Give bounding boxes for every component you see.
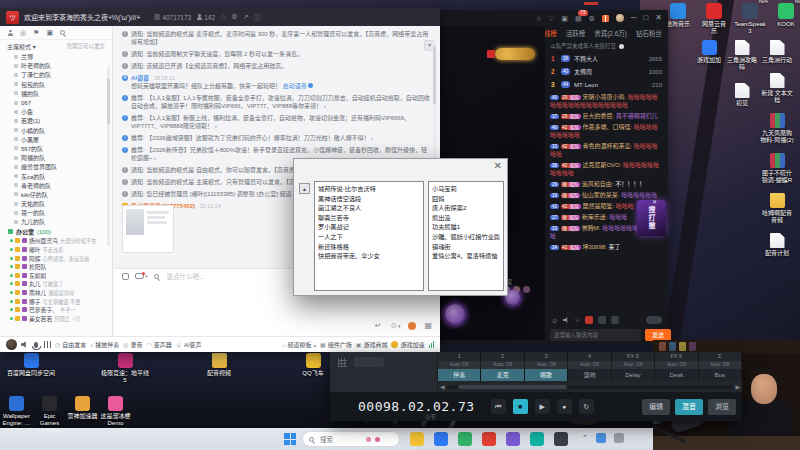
add-friend-icon[interactable]	[7, 30, 13, 36]
view-button[interactable]: 混音	[675, 399, 703, 415]
self-avatar[interactable]	[6, 339, 17, 350]
taskbar-app-icon[interactable]	[458, 432, 472, 446]
stream-chat-input[interactable]	[550, 329, 641, 341]
channel-name[interactable]: Desk	[655, 369, 698, 381]
report-icon[interactable]: ⓘ	[254, 12, 261, 22]
rank-row[interactable]: 2 40 太傅周 1000	[545, 65, 668, 78]
playlist-item[interactable]: 快把我哥带走、伞少女	[318, 251, 420, 261]
search-icon[interactable]	[154, 274, 159, 279]
channel-item[interactable]: 叶老师的队	[0, 61, 112, 70]
tray-icon[interactable]	[596, 433, 606, 443]
playlist-item[interactable]: 罗小黑战记	[318, 222, 420, 232]
headset-icon[interactable]: ◎	[20, 29, 26, 37]
start-button[interactable]	[284, 433, 296, 445]
gift-icon[interactable]	[602, 15, 609, 22]
heart-icon[interactable]: ♡	[548, 14, 554, 23]
gear-icon[interactable]: ⚙	[589, 14, 595, 23]
speaker-icon[interactable]	[563, 317, 569, 323]
playlist-item[interactable]: 镇魂街	[432, 242, 500, 252]
member-item[interactable]: 嘟叶 不走改名	[0, 245, 112, 254]
channel-item[interactable]: 小黑屋	[0, 135, 112, 144]
emoji-icon[interactable]: ☺▾	[390, 321, 401, 330]
play-button[interactable]: ▶	[535, 399, 550, 414]
channel-item[interactable]: 若君(1)	[0, 116, 112, 125]
channel-item[interactable]: 天佑的队	[0, 199, 112, 208]
share-icon[interactable]: ↗	[243, 13, 249, 21]
stop-button[interactable]: ■	[513, 399, 528, 414]
timecode-display[interactable]: 00098.02.02.73	[358, 399, 475, 414]
chat-username[interactable]: 作恶多端、口嗨怪:	[582, 124, 632, 130]
desktop-shortcut[interactable]: 网易云音乐	[700, 3, 728, 35]
window-icon[interactable]: ▣	[46, 29, 53, 37]
channel-item[interactable]: 兰博	[0, 52, 112, 61]
spin-up-button[interactable]: ▲	[299, 183, 310, 194]
channel-name[interactable]: 伴奏	[438, 369, 481, 381]
channel-item[interactable]: 小橘的队	[0, 126, 112, 135]
scroll-right-icon[interactable]: ▶	[735, 383, 740, 390]
like-icon[interactable]	[122, 273, 129, 280]
desktop-shortcut[interactable]: Wallpaper Engine: …	[1, 396, 32, 427]
member-item[interactable]: 东娟娟	[0, 271, 112, 280]
taskbar-search-input[interactable]	[318, 435, 362, 444]
game-ad-banner[interactable]: 搜打撤 ✕	[637, 200, 666, 236]
emoji-icon[interactable]: ☺	[551, 317, 558, 324]
auto-mode[interactable]: Auto: Off	[655, 361, 698, 369]
member-ping-icon[interactable]	[408, 322, 416, 330]
desktop-shortcut[interactable]: 酷狗音乐	[664, 3, 692, 28]
channel-name[interactable]: Bus	[699, 369, 742, 381]
channel-name[interactable]: Delay	[612, 369, 655, 381]
chat-username[interactable]: 达克尼斯OVO:	[582, 162, 621, 168]
playlist-item[interactable]: 囧妈	[432, 194, 500, 204]
star-icon[interactable]: ☆	[574, 316, 580, 324]
chat-username[interactable]: 青色的酒杯和茶壶:	[582, 143, 632, 149]
desktop-shortcut[interactable]: 极限竞速：地平线 5	[100, 353, 150, 384]
hot-word-icon[interactable]	[585, 316, 593, 324]
clock-icon[interactable]: ○	[537, 14, 541, 23]
channel-item[interactable]: 567的队	[0, 144, 112, 153]
playlist-left[interactable]: 城邦传说-比尔吉沃特黑神话悟空选段画江湖之不良人聊斋兰若寺罗小黑战记一人之下新还…	[314, 181, 424, 291]
playlist-item[interactable]: 一人之下	[318, 232, 420, 242]
tools-icon[interactable]: ⚙	[231, 13, 237, 21]
channel-item[interactable]: 九儿的队	[0, 217, 112, 226]
sidebar-scrollbar[interactable]	[107, 66, 110, 246]
chat-username[interactable]: 仙山家的某某:	[582, 192, 620, 198]
rank-tab[interactable]: 贵宾(2.6万)	[594, 28, 627, 38]
channel-item[interactable]: 福的队	[0, 89, 112, 98]
enter-icon[interactable]: ↵	[375, 321, 382, 330]
playlist-item[interactable]: 画江湖之不良人	[318, 203, 420, 213]
mode-dropdown[interactable]: 主席模式 ▾	[7, 42, 36, 51]
game-invite-icon[interactable]: ▾	[135, 273, 148, 279]
playlist-item[interactable]: 聊斋兰若寺	[318, 213, 420, 223]
playlist-item[interactable]: 功夫熊猫1	[432, 222, 500, 232]
scrollbar-thumb[interactable]	[107, 78, 110, 124]
desktop-shortcut[interactable]: 这是溜冰梗 Demo	[100, 396, 131, 427]
auto-mode[interactable]: Auto: Off	[612, 361, 655, 369]
user-avatar[interactable]	[616, 14, 624, 22]
minimize-button[interactable]: ─	[631, 14, 637, 22]
desktop-shortcut[interactable]: 雷神加速器	[67, 396, 98, 420]
member-item[interactable]: 扬州面灵鸟 大部分时候不在	[0, 237, 112, 246]
channel-item[interactable]: 魔兽世界团队	[0, 162, 112, 171]
desktop-shortcut[interactable]: 三角洲攻略码	[727, 40, 757, 71]
send-button[interactable]: 发送	[645, 329, 671, 341]
auto-mode[interactable]: Auto: Off	[438, 361, 481, 369]
mixer-tab[interactable]	[354, 357, 384, 367]
grid-icon[interactable]	[338, 358, 347, 367]
skip-back-button[interactable]: ⏮	[491, 399, 506, 414]
toolbar-play-accompaniment[interactable]: ♪播放伴奏	[90, 340, 119, 349]
search-icon[interactable]	[60, 30, 65, 35]
toolbar-game-mall[interactable]: ▣游戏商城	[356, 340, 388, 349]
close-button[interactable]: ✕	[655, 14, 662, 22]
playlist-item[interactable]: 小马宝莉	[432, 184, 500, 194]
desktop-shortcut[interactable]: N/A KOOK	[772, 3, 800, 28]
desktop-shortcut[interactable]: 初见	[727, 83, 757, 107]
speaker-icon[interactable]	[21, 341, 28, 348]
rank-row[interactable]: 3 44 MT·Leon 210	[545, 78, 668, 91]
playlist-item[interactable]: 熊出没	[432, 213, 500, 223]
channel-item[interactable]: 小鱼	[0, 107, 112, 116]
chat-settings-pill[interactable]	[646, 316, 662, 324]
member-item[interactable]: 南林儿 我就是命好	[0, 288, 112, 297]
auto-mode[interactable]: Auto: Off	[481, 361, 524, 369]
more-arrow[interactable]: ›	[154, 155, 156, 161]
screenshot-icon[interactable]: ▣	[561, 14, 568, 23]
